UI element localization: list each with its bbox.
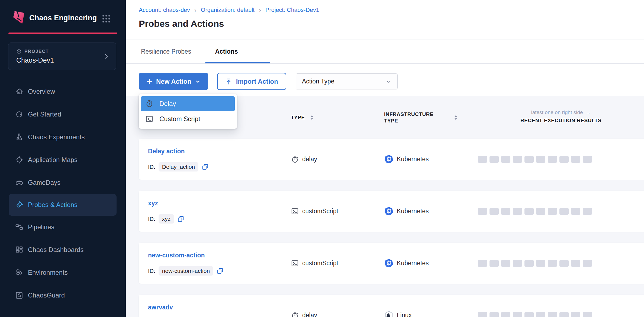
import-action-button[interactable]: Import Action bbox=[217, 73, 286, 90]
module-grid-icon[interactable] bbox=[102, 15, 110, 23]
result-placeholder bbox=[490, 156, 499, 163]
type-cell: delay bbox=[291, 295, 384, 317]
breadcrumb-link-account[interactable]: Account: chaos-dev bbox=[139, 7, 190, 14]
sidebar-item-application-maps[interactable]: Application Maps bbox=[0, 148, 126, 171]
result-placeholder bbox=[501, 260, 510, 267]
result-placeholder bbox=[548, 208, 557, 215]
recent-execution-results-cell bbox=[478, 243, 644, 284]
sidebar-item-label: Get Started bbox=[28, 111, 61, 118]
stopwatch-icon bbox=[291, 155, 299, 163]
sidebar-item-chaos-experiments[interactable]: Chaos Experiments bbox=[0, 126, 126, 148]
result-placeholder bbox=[524, 156, 534, 163]
table-row: new-custom-action ID: new-custom-action … bbox=[139, 243, 644, 284]
action-id-value: xyz bbox=[159, 214, 174, 224]
kubernetes-icon bbox=[384, 258, 394, 268]
main-content: Account: chaos-dev›Organization: default… bbox=[126, 0, 644, 317]
action-name-link[interactable]: xyz bbox=[148, 199, 158, 207]
result-placeholder bbox=[536, 260, 545, 267]
sidebar-item-overview[interactable]: Overview bbox=[0, 80, 126, 103]
sidebar-item-label: Application Maps bbox=[28, 156, 78, 164]
sort-icon bbox=[310, 115, 314, 121]
result-placeholder bbox=[478, 156, 487, 163]
infrastructure-label: Linux bbox=[397, 312, 412, 317]
action-type-select[interactable]: Action Type bbox=[296, 73, 398, 89]
breadcrumb-separator: › bbox=[259, 7, 261, 13]
copy-icon[interactable] bbox=[202, 163, 209, 170]
kubernetes-icon bbox=[384, 154, 394, 164]
type-cell: delay bbox=[291, 139, 384, 180]
actions-table: TYPE INFRASTRUCTURE TYPE latest one on r… bbox=[126, 96, 644, 317]
result-placeholder bbox=[478, 208, 487, 215]
result-placeholder bbox=[583, 156, 592, 163]
action-id-row: ID: new-custom-action bbox=[148, 266, 291, 276]
sidebar-item-get-started[interactable]: Get Started bbox=[0, 103, 126, 126]
chevron-right-icon bbox=[103, 53, 110, 60]
tabs: Resilience ProbesActions bbox=[126, 40, 644, 64]
result-placeholder bbox=[583, 312, 592, 317]
breadcrumb-link-organization[interactable]: Organization: default bbox=[201, 7, 255, 14]
hexagons-icon bbox=[15, 268, 24, 277]
menu-item-label: Custom Script bbox=[159, 115, 200, 123]
result-placeholder bbox=[501, 156, 510, 163]
sidebar-item-chaos-dashboards[interactable]: Chaos Dashboards bbox=[0, 238, 126, 261]
result-placeholder bbox=[559, 208, 569, 215]
result-placeholder bbox=[490, 312, 499, 317]
menu-item-delay[interactable]: Delay bbox=[141, 96, 235, 111]
result-placeholder bbox=[501, 208, 510, 215]
result-placeholder bbox=[513, 312, 522, 317]
infrastructure-cell: Kubernetes bbox=[384, 191, 478, 232]
breadcrumb-link-project[interactable]: Project: Chaos-Dev1 bbox=[265, 7, 319, 14]
active-tab-underline bbox=[205, 62, 270, 63]
type-label: delay bbox=[302, 156, 317, 163]
sidebar-item-label: Probes & Actions bbox=[28, 201, 78, 209]
sidebar-item-label: Chaos Dashboards bbox=[28, 246, 83, 254]
sidebar-item-chaosguard[interactable]: ChaosGuard bbox=[0, 284, 126, 307]
chevron-down-icon bbox=[195, 78, 201, 85]
home-icon bbox=[15, 87, 24, 96]
cube-icon bbox=[16, 49, 22, 54]
sidebar-item-label: GameDays bbox=[28, 179, 60, 186]
stopwatch-icon bbox=[291, 311, 299, 317]
terminal-icon bbox=[291, 207, 299, 215]
sidebar-item-label: Chaos Experiments bbox=[28, 133, 85, 141]
test-tube-icon bbox=[15, 200, 24, 209]
infrastructure-label: Kubernetes bbox=[397, 260, 429, 267]
type-label: customScript bbox=[302, 208, 338, 215]
project-name: Chaos-Dev1 bbox=[16, 56, 54, 64]
infrastructure-cell: Kubernetes bbox=[384, 139, 478, 180]
action-name-link[interactable]: Delay action bbox=[148, 147, 185, 155]
topbar: Account: chaos-dev›Organization: default… bbox=[126, 0, 644, 40]
sort-icon bbox=[454, 115, 458, 121]
breadcrumb-separator: › bbox=[194, 7, 197, 13]
column-header-recent-execution-results: RECENT EXECUTION RESULTS bbox=[520, 118, 601, 124]
action-name-link[interactable]: awrvadv bbox=[148, 303, 173, 311]
tab-resilience-probes[interactable]: Resilience Probes bbox=[141, 48, 191, 55]
sort-icon[interactable] bbox=[454, 115, 458, 121]
result-placeholder bbox=[559, 312, 569, 317]
sidebar-item-gamedays[interactable]: GameDays bbox=[0, 171, 126, 194]
page-title: Probes and Actions bbox=[139, 18, 224, 29]
result-placeholder bbox=[548, 260, 557, 267]
project-selector[interactable]: PROJECT Chaos-Dev1 bbox=[8, 43, 116, 70]
copy-icon[interactable] bbox=[217, 267, 224, 274]
menu-item-label: Delay bbox=[159, 100, 176, 108]
sort-icon[interactable] bbox=[310, 115, 314, 121]
result-placeholder bbox=[490, 208, 499, 215]
sidebar-item-label: Environments bbox=[28, 269, 68, 276]
new-action-button[interactable]: New Action bbox=[139, 73, 208, 90]
menu-item-custom-script[interactable]: Custom Script bbox=[141, 111, 235, 127]
sidebar-item-environments[interactable]: Environments bbox=[0, 261, 126, 284]
sidebar-item-pipelines[interactable]: Pipelines bbox=[0, 216, 126, 238]
action-id-row: ID: xyz bbox=[148, 214, 291, 224]
target-icon bbox=[15, 156, 24, 164]
result-placeholder bbox=[571, 156, 580, 163]
result-placeholder bbox=[571, 312, 580, 317]
column-header-infrastructure-type: INFRASTRUCTURE TYPE bbox=[384, 111, 442, 124]
copy-icon[interactable] bbox=[177, 215, 184, 222]
terminal-icon bbox=[145, 115, 153, 123]
tab-actions[interactable]: Actions bbox=[215, 48, 238, 55]
action-name-link[interactable]: new-custom-action bbox=[148, 251, 205, 259]
sidebar-item-probes-actions[interactable]: Probes & Actions bbox=[9, 194, 117, 216]
result-placeholder bbox=[536, 156, 545, 163]
result-placeholder bbox=[583, 208, 592, 215]
